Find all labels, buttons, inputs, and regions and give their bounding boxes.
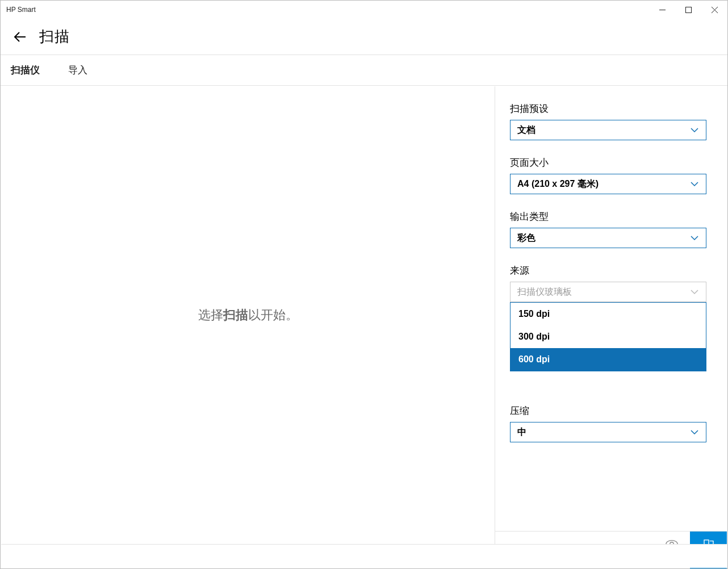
dropdown-item-300dpi[interactable]: 300 dpi xyxy=(511,325,706,348)
preview-text-suffix: 以开始。 xyxy=(248,308,298,322)
tab-bar: 扫描仪 导入 xyxy=(1,55,727,86)
arrow-left-icon xyxy=(13,30,27,44)
select-compression-value: 中 xyxy=(517,426,526,438)
main-area: 选择扫描以开始。 扫描预设 文档 页面大小 A4 (210 x 297 毫米) xyxy=(1,86,727,544)
titlebar: HP Smart xyxy=(1,1,727,19)
label-page-size: 页面大小 xyxy=(510,156,706,169)
select-source[interactable]: 扫描仪玻璃板 xyxy=(510,282,706,302)
label-output-type: 输出类型 xyxy=(510,210,706,223)
tab-scanner[interactable]: 扫描仪 xyxy=(11,64,40,77)
chevron-down-icon xyxy=(690,233,699,242)
svg-rect-1 xyxy=(685,7,691,12)
field-compression: 压缩 中 xyxy=(510,404,706,442)
field-source: 来源 扫描仪玻璃板 xyxy=(510,264,706,302)
select-output-type-value: 彩色 xyxy=(517,232,535,244)
preview-text-bold: 扫描 xyxy=(223,308,248,322)
select-page-size[interactable]: A4 (210 x 297 毫米) xyxy=(510,174,706,194)
dropdown-resolution: 150 dpi 300 dpi 600 dpi xyxy=(510,302,706,371)
preview-placeholder: 选择扫描以开始。 xyxy=(198,307,298,324)
select-output-type[interactable]: 彩色 xyxy=(510,228,706,248)
window-controls xyxy=(649,1,727,19)
label-scan-preset: 扫描预设 xyxy=(510,102,706,115)
bottom-border xyxy=(1,544,727,568)
field-scan-preset: 扫描预设 文档 xyxy=(510,102,706,140)
minimize-button[interactable] xyxy=(649,1,675,19)
select-compression[interactable]: 中 xyxy=(510,422,706,442)
dropdown-item-600dpi[interactable]: 600 dpi xyxy=(511,348,706,371)
chevron-down-icon xyxy=(690,428,699,437)
chevron-down-icon xyxy=(690,125,699,135)
page-header: 扫描 xyxy=(1,19,727,55)
select-source-value: 扫描仪玻璃板 xyxy=(517,286,572,298)
label-compression: 压缩 xyxy=(510,404,706,417)
preview-text-prefix: 选择 xyxy=(198,308,223,322)
page-title: 扫描 xyxy=(39,27,70,47)
select-scan-preset[interactable]: 文档 xyxy=(510,120,706,140)
close-button[interactable] xyxy=(701,1,727,19)
app-title: HP Smart xyxy=(6,6,36,14)
chevron-down-icon xyxy=(690,179,699,189)
select-page-size-value: A4 (210 x 297 毫米) xyxy=(517,178,599,190)
label-source: 来源 xyxy=(510,264,706,277)
back-button[interactable] xyxy=(11,28,29,46)
maximize-button[interactable] xyxy=(675,1,701,19)
select-scan-preset-value: 文档 xyxy=(517,124,535,136)
dropdown-item-150dpi[interactable]: 150 dpi xyxy=(511,303,706,325)
chevron-down-icon xyxy=(690,287,699,296)
field-output-type: 输出类型 彩色 xyxy=(510,210,706,248)
field-page-size: 页面大小 A4 (210 x 297 毫米) xyxy=(510,156,706,194)
tab-import[interactable]: 导入 xyxy=(68,64,87,77)
settings-panel: 扫描预设 文档 页面大小 A4 (210 x 297 毫米) 输出类型 彩色 xyxy=(495,86,727,544)
preview-area: 选择扫描以开始。 xyxy=(1,86,495,544)
